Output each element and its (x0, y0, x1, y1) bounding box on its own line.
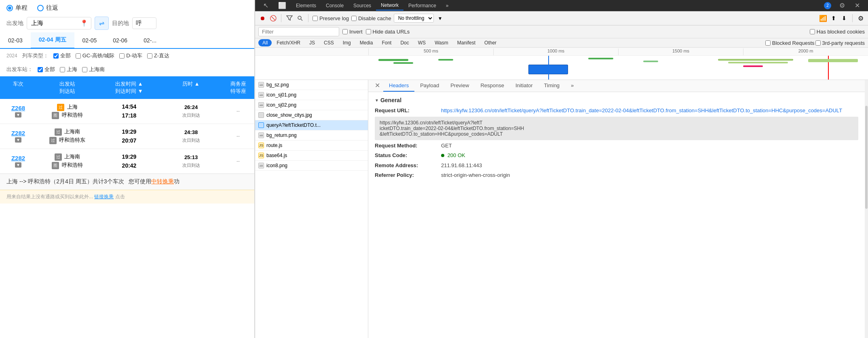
list-item[interactable]: bg_sz.png (255, 80, 368, 90)
disable-cache-checkbox[interactable]: Disable cache (351, 15, 391, 21)
request-icon-js: JS (258, 153, 264, 158)
third-party-checkbox[interactable]: 3rd-party requests (815, 40, 865, 46)
list-item[interactable]: icon_sj01.png (255, 90, 368, 100)
hide-data-urls-checkbox[interactable]: Hide data URLs (366, 29, 410, 35)
detail-tab-preview[interactable]: Preview (445, 80, 475, 92)
stop-button[interactable]: 🚫 (269, 14, 277, 22)
date-tab-more[interactable]: 02-... (135, 32, 165, 48)
station-shanghai[interactable]: 上海 (60, 66, 77, 73)
upload-icon[interactable]: ⬆ (830, 14, 838, 22)
type-btn-wasm[interactable]: Wasm (431, 39, 452, 46)
station-all[interactable]: 全部 (38, 66, 55, 73)
to-value[interactable]: 呼 (132, 17, 156, 29)
note-link[interactable]: 链接换乘 (94, 194, 114, 199)
train-type-z[interactable]: Z-直达 (147, 52, 169, 59)
train-num-z282-1[interactable]: Z282 ▼ (0, 130, 36, 143)
type-btn-font[interactable]: Font (378, 39, 395, 46)
url-detail-box: https://kyfw.12306.cn/otn/leftTicket/que… (375, 117, 858, 140)
request-url-value[interactable]: https://kyfw.12306.cn/otn/leftTicket/que… (441, 107, 842, 115)
type-btn-doc[interactable]: Doc (396, 39, 413, 46)
tab-cursor[interactable]: ↖ (258, 0, 273, 11)
list-item[interactable]: icon8.png (255, 161, 368, 171)
train-num-z282-2[interactable]: Z282 ▼ (0, 155, 36, 168)
date-tab-0206[interactable]: 02-06 (105, 32, 135, 48)
train-type-all[interactable]: 全部 (53, 52, 71, 59)
filter-icon[interactable] (285, 14, 294, 22)
tab-inspect[interactable]: ⬜ (273, 0, 291, 11)
tab-elements[interactable]: Elements (291, 1, 321, 10)
list-item[interactable]: close_show_citys.jpg (255, 110, 368, 120)
has-blocked-cookies-checkbox[interactable]: Has blocked cookies (810, 29, 865, 35)
blocked-requests-checkbox[interactable]: Blocked Requests (765, 40, 815, 46)
invert-checkbox[interactable]: Invert (342, 29, 363, 35)
detail-tab-initiator[interactable]: Initiator (510, 80, 539, 92)
dropdown-icon[interactable]: ▼ (15, 112, 21, 118)
remote-address-row: Remote Address: 211.91.68.11:443 (375, 162, 858, 170)
date-tab-0205[interactable]: 02-05 (74, 32, 105, 48)
one-way-radio[interactable]: 单程 (6, 4, 27, 12)
train-type-d[interactable]: D-动车 (119, 52, 142, 59)
throttle-dropdown-icon[interactable]: ▾ (436, 14, 444, 22)
filter-row-2: 出发车站： 全部 上海 上海南 (0, 63, 254, 76)
tab-console[interactable]: Console (321, 1, 348, 10)
svg-point-0 (298, 16, 301, 19)
search-icon[interactable] (296, 14, 304, 22)
type-btn-all[interactable]: All (258, 39, 272, 46)
type-btn-manifest[interactable]: Manifest (453, 39, 479, 46)
station-shanghai-south[interactable]: 上海南 (82, 66, 105, 73)
type-btn-js[interactable]: JS (305, 39, 319, 46)
date-tab-0204[interactable]: 02-04 周五 (31, 32, 74, 49)
dropdown-icon[interactable]: ▼ (15, 162, 21, 168)
filter-input[interactable] (258, 27, 339, 36)
list-item[interactable]: icon_sj02.png (255, 100, 368, 110)
close-devtools-icon[interactable]: ✕ (850, 0, 865, 11)
transfer-link[interactable]: 中转换乘 (151, 178, 174, 185)
type-btn-media[interactable]: Media (356, 39, 377, 46)
list-item[interactable]: bg_return.png (255, 130, 368, 141)
detail-tab-payload[interactable]: Payload (414, 80, 445, 92)
dropdown-icon[interactable]: ▼ (15, 137, 21, 143)
detail-tab-headers[interactable]: Headers (383, 80, 414, 92)
list-item[interactable]: JS route.js (255, 141, 368, 151)
preserve-log-checkbox[interactable]: Preserve log (313, 15, 349, 21)
train-type-gc[interactable]: GC-高铁/城际 (76, 52, 114, 59)
round-trip-radio[interactable]: 往返 (37, 4, 58, 12)
detail-tab-more[interactable]: » (565, 80, 579, 92)
request-name: base64.js (266, 153, 287, 158)
train-num-z268[interactable]: Z268 ▼ (0, 105, 36, 118)
scrollbar-thumb[interactable] (865, 106, 868, 209)
throttle-select[interactable]: No throttling Fast 3G Slow 3G (394, 14, 434, 23)
toolbar-separator-1 (281, 14, 281, 22)
type-btn-ws[interactable]: WS (414, 39, 430, 46)
detail-tab-response[interactable]: Response (475, 80, 510, 92)
detail-close-button[interactable]: ✕ (372, 80, 383, 92)
table-row: Z282 ▼ 过 上海南 过 呼和浩特东 19:29 20:07 (0, 124, 254, 149)
settings-icon[interactable]: ⚙ (834, 0, 850, 11)
date-tab-0203[interactable]: 02-03 (0, 32, 31, 48)
list-item-selected[interactable]: queryA?leftTicketDTO.t... (255, 120, 368, 130)
tab-network[interactable]: Network (376, 1, 403, 10)
type-btn-fetchxhr[interactable]: Fetch/XHR (272, 39, 304, 46)
tab-sources[interactable]: Sources (348, 1, 376, 10)
year-label: 2024 (6, 53, 17, 59)
download-icon[interactable]: ⬇ (840, 14, 848, 22)
type-btn-img[interactable]: Img (339, 39, 355, 46)
tab-performance[interactable]: Performance (403, 1, 441, 10)
network-settings-icon[interactable]: ⚙ (857, 14, 865, 22)
swap-button[interactable]: ⇌ (95, 17, 109, 30)
request-name-selected: queryA?leftTicketDTO.t... (266, 122, 321, 128)
tab-more[interactable]: » (441, 1, 454, 10)
toolbar-separator-2 (308, 14, 308, 22)
scrollbar-track[interactable] (865, 80, 868, 338)
type-btn-other[interactable]: Other (480, 39, 501, 46)
general-section-title: General (375, 97, 858, 103)
wifi-icon[interactable]: 📶 (819, 14, 827, 22)
notification-badge: 2 (824, 2, 831, 9)
detail-tab-timing[interactable]: Timing (539, 80, 566, 92)
list-item[interactable]: JS base64.js (255, 151, 368, 161)
svg-line-1 (301, 19, 303, 21)
record-button[interactable]: ⏺ (258, 14, 266, 22)
request-icon-img (258, 102, 264, 108)
type-btn-css[interactable]: CSS (320, 39, 338, 46)
wf-bar-2 (393, 62, 413, 64)
